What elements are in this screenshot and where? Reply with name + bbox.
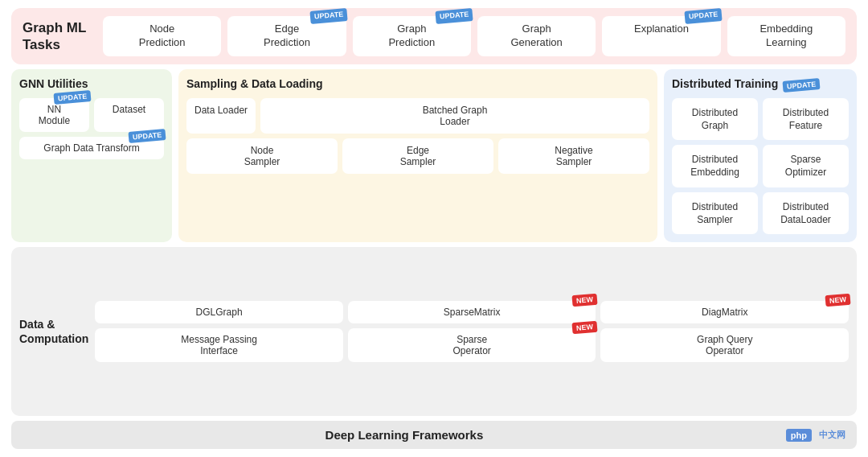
data-row1: DGLGraph NEW SparseMatrix NEW DiagMatrix [95, 301, 849, 323]
task-card-graph-generation: Graph Generation [477, 16, 596, 56]
php-badge-wrap: php 中文网 [786, 429, 845, 442]
middle-row: GNN Utilities UPDATE NN Module Dataset U… [11, 69, 857, 242]
update-badge: UPDATE [310, 8, 349, 24]
update-badge: UPDATE [128, 129, 166, 143]
sparse-matrix-card: NEW SparseMatrix [348, 301, 596, 323]
task-card-node-prediction: Node Prediction [103, 16, 221, 56]
dist-header: Distributed Training UPDATE [672, 77, 849, 93]
tasks-title: Graph ML Tasks [23, 19, 95, 54]
sampling-section: Sampling & Data Loading Data Loader Batc… [178, 69, 657, 242]
dist-embedding-card: Distributed Embedding [672, 145, 758, 187]
data-section: Data & Computation DGLGraph NEW SparseMa… [11, 247, 857, 416]
sparse-operator-card: NEW Sparse Operator [348, 328, 596, 362]
dist-title: Distributed Training [672, 77, 778, 90]
gnn-section: GNN Utilities UPDATE NN Module Dataset U… [11, 69, 172, 242]
sampling-row1: Data Loader Batched Graph Loader [186, 98, 649, 134]
edge-sampler-card: Edge Sampler [342, 138, 493, 174]
update-badge: UPDATE [685, 8, 723, 24]
dl-bar: Deep Learning Frameworks php 中文网 [11, 421, 857, 449]
update-badge: UPDATE [435, 8, 473, 24]
nn-module-card: UPDATE NN Module [19, 98, 89, 132]
dgl-graph-card: DGLGraph [95, 301, 343, 323]
graph-query-operator-card: Graph Query Operator [600, 328, 849, 362]
php-badge: php [786, 429, 812, 442]
graph-data-transform-card: UPDATE Graph Data Transform [19, 137, 164, 159]
message-passing-card: Message Passing Interface [95, 328, 343, 362]
diag-matrix-card: NEW DiagMatrix [600, 301, 849, 323]
dist-feature-card: Distributed Feature [763, 98, 849, 140]
task-card-edge-prediction: UPDATE Edge Prediction [227, 16, 346, 56]
sampling-title: Sampling & Data Loading [186, 77, 649, 90]
cn-text: 中文网 [819, 429, 845, 441]
data-row2: Message Passing Interface NEW Sparse Ope… [95, 328, 849, 362]
task-card-graph-prediction: UPDATE Graph Prediction [353, 16, 471, 56]
distributed-section: Distributed Training UPDATE Distributed … [664, 69, 857, 242]
new-badge: NEW [572, 321, 598, 335]
tasks-cards: Node Prediction UPDATE Edge Prediction U… [103, 16, 845, 56]
gnn-top: UPDATE NN Module Dataset [19, 98, 164, 132]
dl-bar-text: Deep Learning Frameworks [23, 428, 786, 442]
batched-graph-loader-card: Batched Graph Loader [260, 98, 649, 134]
dist-grid: Distributed Graph Distributed Feature Di… [672, 98, 849, 234]
task-card-embedding-learning: Embedding Learning [727, 16, 845, 56]
dataset-card: Dataset [94, 98, 164, 132]
dist-sampler-card: Distributed Sampler [672, 192, 758, 234]
gnn-title: GNN Utilities [19, 77, 164, 90]
new-badge: NEW [572, 294, 598, 307]
update-badge: UPDATE [783, 78, 821, 93]
new-badge: NEW [825, 294, 850, 307]
dist-graph-card: Distributed Graph [672, 98, 758, 140]
dist-dataloader-card: Distributed DataLoader [763, 192, 849, 234]
negative-sampler-card: Negative Sampler [498, 138, 649, 174]
sparse-optimizer-card: Sparse Optimizer [763, 145, 849, 187]
data-title: Data & Computation [19, 317, 88, 346]
tasks-section: Graph ML Tasks Node Prediction UPDATE Ed… [11, 8, 857, 64]
node-sampler-card: Node Sampler [186, 138, 338, 174]
data-loader-card: Data Loader [186, 98, 256, 134]
sampling-row2: Node Sampler Edge Sampler Negative Sampl… [186, 138, 649, 174]
update-badge: UPDATE [53, 90, 91, 105]
data-cards-col: DGLGraph NEW SparseMatrix NEW DiagMatrix… [95, 301, 849, 362]
task-card-explanation: UPDATE Explanation [602, 16, 720, 56]
